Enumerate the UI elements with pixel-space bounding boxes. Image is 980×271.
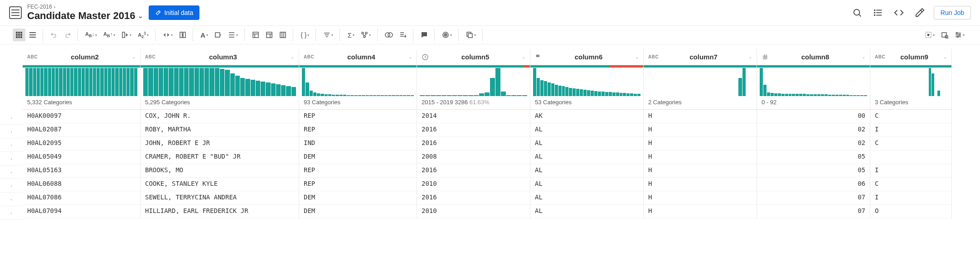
table-cell[interactable]: 2014 xyxy=(417,110,530,123)
chevron-down-icon[interactable]: ⌄ xyxy=(862,54,865,59)
table-cell[interactable]: IND xyxy=(299,137,417,150)
table-cell[interactable]: AK xyxy=(530,110,643,123)
table-cell[interactable]: 06 xyxy=(757,178,870,191)
column-sparkline[interactable] xyxy=(23,65,140,97)
font-button[interactable]: A▾ xyxy=(198,29,211,41)
table-cell[interactable]: H xyxy=(644,191,757,205)
table-cell[interactable]: COOKE, STANLEY KYLE xyxy=(141,178,299,191)
row-marker[interactable]: · xyxy=(0,138,23,152)
breadcrumb-parent[interactable]: FEC-2016 xyxy=(27,4,52,10)
row-height-button[interactable]: ▾ xyxy=(225,29,241,41)
table-cell[interactable]: H0AL07086 xyxy=(23,191,140,205)
table-cell[interactable]: H xyxy=(644,137,757,150)
table-cell[interactable]: 2016 xyxy=(417,191,530,205)
table-cell[interactable]: 02 xyxy=(757,123,870,137)
table-cell[interactable]: H0AL02087 xyxy=(23,123,140,137)
table-cell[interactable]: 07 xyxy=(757,205,870,218)
table-cell[interactable]: H xyxy=(644,178,757,191)
search-button[interactable] xyxy=(850,6,864,19)
table-cell[interactable]: COX, JOHN R. xyxy=(141,110,299,123)
column-sparkline[interactable] xyxy=(644,65,757,97)
chevron-down-icon[interactable]: ⌄ xyxy=(138,12,143,19)
table-cell[interactable]: REP xyxy=(299,123,417,137)
table-cell[interactable]: O xyxy=(870,205,951,218)
row-marker[interactable]: · xyxy=(0,206,23,220)
row-marker[interactable]: · xyxy=(0,111,23,125)
filter-button[interactable]: ▾ xyxy=(320,29,336,41)
table-cell[interactable]: AL xyxy=(530,164,643,178)
table-cell[interactable]: REP xyxy=(299,178,417,191)
run-job-button[interactable]: Run Job xyxy=(934,6,971,19)
comment-button[interactable] xyxy=(418,29,431,41)
table-cell[interactable]: 05 xyxy=(757,164,870,178)
table-cell[interactable]: AL xyxy=(530,150,643,164)
table-cell[interactable]: C xyxy=(870,137,951,150)
table-cell[interactable]: 2010 xyxy=(417,178,530,191)
table-cell[interactable]: 2016 xyxy=(417,123,530,137)
column-sparkline[interactable] xyxy=(530,65,643,97)
column-header[interactable]: column8⌄ xyxy=(757,49,870,65)
table-cell[interactable]: 00 xyxy=(757,110,870,123)
chevron-down-icon[interactable]: ⌄ xyxy=(522,54,525,59)
table-cell[interactable]: SEWELL, TERRYCINA ANDREA xyxy=(141,191,299,205)
column-sparkline[interactable] xyxy=(141,65,299,97)
column-sparkline[interactable] xyxy=(870,65,951,97)
braces-button[interactable]: { }▾ xyxy=(298,29,312,41)
chevron-down-icon[interactable]: ⌄ xyxy=(635,54,639,59)
table-cell[interactable]: H0AL05163 xyxy=(23,164,140,178)
eyedropper-button[interactable] xyxy=(913,6,927,19)
table-cell[interactable]: 2016 xyxy=(417,164,530,178)
pivot2-button[interactable] xyxy=(263,29,276,41)
column-sparkline[interactable] xyxy=(299,65,417,97)
row-marker[interactable]: · xyxy=(0,125,23,138)
format-button[interactable]: A21▾ xyxy=(135,29,151,41)
table-cell[interactable]: AL xyxy=(530,178,643,191)
sort-asc-button[interactable]: AB↓▾ xyxy=(82,29,100,41)
table-cell[interactable]: HILLIARD, EARL FREDERICK JR xyxy=(141,205,299,218)
target-button[interactable]: ▾ xyxy=(439,29,455,41)
table-cell[interactable]: AL xyxy=(530,137,643,150)
row-marker[interactable]: · xyxy=(0,152,23,165)
merge-button[interactable] xyxy=(176,29,189,41)
column-header[interactable]: column6⌄ xyxy=(530,49,643,65)
join-button[interactable] xyxy=(382,29,396,41)
table-cell[interactable]: 07 xyxy=(757,191,870,205)
row-marker[interactable]: · xyxy=(0,165,23,179)
table-cell[interactable]: I xyxy=(870,191,951,205)
sigma-button[interactable]: Σ▾ xyxy=(344,29,357,41)
column-header[interactable]: ABCcolumn2⌄ xyxy=(23,49,140,65)
table-cell[interactable]: H0AL05049 xyxy=(23,150,140,164)
table-cell[interactable]: I xyxy=(870,164,951,178)
chevron-down-icon[interactable]: ⌄ xyxy=(291,54,294,59)
table-cell[interactable]: H xyxy=(644,110,757,123)
table-cell[interactable]: C xyxy=(870,178,951,191)
append-button[interactable] xyxy=(397,29,409,41)
table-cell[interactable]: H0AL07094 xyxy=(23,205,140,218)
table-cell[interactable]: AL xyxy=(530,191,643,205)
table-cell[interactable]: REP xyxy=(299,164,417,178)
table-cell[interactable]: H xyxy=(644,150,757,164)
table-cell[interactable]: 2008 xyxy=(417,150,530,164)
undo-button[interactable] xyxy=(48,29,60,41)
table-cell[interactable]: DEM xyxy=(299,150,417,164)
table-cell[interactable]: REP xyxy=(299,110,417,123)
chevron-down-icon[interactable]: ⌄ xyxy=(408,54,412,59)
indent-button[interactable] xyxy=(212,29,224,41)
column-header[interactable]: ABCcolumn4⌄ xyxy=(299,49,417,65)
table-cell[interactable]: H xyxy=(644,123,757,137)
select-area-button[interactable]: ▾ xyxy=(922,29,937,41)
settings-button[interactable]: ▾ xyxy=(952,29,967,41)
table-cell[interactable]: 02 xyxy=(757,137,870,150)
chevron-down-icon[interactable]: ⌄ xyxy=(748,54,752,59)
column-header[interactable]: ABCcolumn7⌄ xyxy=(644,49,757,65)
column-header[interactable]: ABCcolumn9⌄ xyxy=(870,49,951,65)
page-title[interactable]: Candidate Master 2016 xyxy=(27,10,135,22)
row-marker[interactable]: · xyxy=(0,179,23,193)
lines-view-button[interactable] xyxy=(26,29,39,41)
row-marker[interactable]: · xyxy=(0,193,23,206)
table-cell[interactable]: ROBY, MARTHA xyxy=(141,123,299,137)
grid-view-button[interactable] xyxy=(13,29,25,41)
table-cell[interactable]: AL xyxy=(530,205,643,218)
split-h-button[interactable]: ▾ xyxy=(160,29,175,41)
zoom-fit-button[interactable] xyxy=(938,29,951,41)
